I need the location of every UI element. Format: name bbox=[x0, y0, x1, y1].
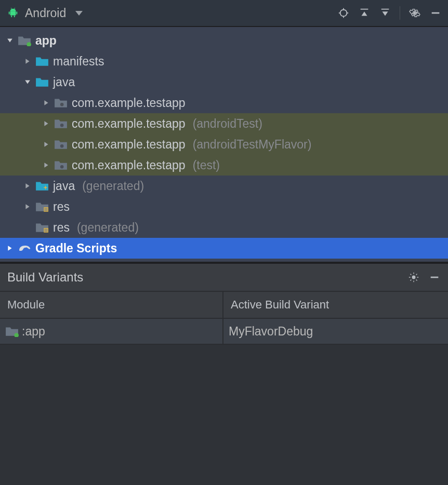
tree-node-package-androidtest-flavor[interactable]: com.example.testapp (androidTestMyFlavor… bbox=[0, 134, 448, 155]
folder-icon bbox=[35, 75, 49, 89]
svg-rect-3 bbox=[9, 11, 10, 15]
svg-rect-6 bbox=[14, 16, 15, 18]
tree-label: res bbox=[53, 200, 70, 214]
build-variants-table-header: Module Active Build Variant bbox=[0, 291, 448, 318]
collapse-all-icon[interactable] bbox=[379, 7, 391, 19]
svg-point-27 bbox=[60, 124, 64, 127]
toolbar-actions bbox=[337, 6, 442, 20]
tree-node-package-androidtest[interactable]: com.example.testapp (androidTest) bbox=[0, 113, 448, 134]
tree-node-package-test[interactable]: com.example.testapp (test) bbox=[0, 155, 448, 176]
gradle-icon bbox=[18, 241, 31, 255]
tree-label: com.example.testapp bbox=[72, 138, 186, 152]
chevron-right-icon bbox=[43, 120, 50, 127]
expand-all-icon[interactable] bbox=[358, 7, 371, 19]
chevron-down-icon bbox=[24, 78, 31, 86]
svg-marker-28 bbox=[44, 142, 48, 147]
res-folder-icon bbox=[35, 221, 49, 234]
svg-point-31 bbox=[60, 165, 64, 169]
svg-marker-24 bbox=[44, 100, 48, 105]
chevron-right-icon bbox=[43, 141, 50, 148]
column-header-module: Module bbox=[0, 292, 223, 318]
tree-node-res[interactable]: res bbox=[0, 196, 448, 217]
tree-suffix: (androidTestMyFlavor) bbox=[193, 138, 312, 152]
svg-marker-33 bbox=[25, 204, 29, 209]
tree-label: app bbox=[35, 34, 57, 48]
gear-icon[interactable] bbox=[409, 7, 421, 19]
view-selector[interactable]: Android bbox=[6, 6, 83, 20]
tree-node-app[interactable]: app bbox=[0, 30, 448, 51]
svg-marker-17 bbox=[383, 11, 388, 16]
res-folder-icon bbox=[35, 200, 49, 213]
android-robot-icon bbox=[6, 6, 20, 20]
svg-rect-5 bbox=[11, 16, 12, 18]
svg-marker-32 bbox=[25, 183, 29, 188]
tree-label: Gradle Scripts bbox=[35, 241, 117, 255]
tree-suffix: (test) bbox=[193, 158, 220, 172]
chevron-right-icon bbox=[43, 99, 50, 106]
build-variants-panel: Build Variants Module Active Build Varia… bbox=[0, 262, 448, 485]
tree-node-manifests[interactable]: manifests bbox=[0, 51, 448, 72]
tree-label: com.example.testapp bbox=[72, 117, 186, 131]
module-name: :app bbox=[22, 325, 45, 339]
build-variants-header: Build Variants bbox=[0, 264, 448, 291]
svg-marker-26 bbox=[44, 121, 48, 126]
tree-label: java bbox=[53, 75, 75, 89]
chevron-right-icon bbox=[24, 182, 31, 190]
svg-point-25 bbox=[60, 103, 64, 106]
svg-marker-15 bbox=[362, 11, 367, 16]
build-variants-row[interactable]: :app MyFlavorDebug bbox=[0, 318, 448, 345]
chevron-right-icon bbox=[24, 58, 31, 65]
package-icon bbox=[54, 138, 68, 151]
tree-label: res bbox=[53, 221, 70, 235]
svg-marker-20 bbox=[7, 38, 12, 42]
minimize-icon[interactable] bbox=[428, 271, 441, 284]
module-folder-icon bbox=[18, 34, 31, 47]
svg-rect-0 bbox=[10, 11, 16, 15]
tree-suffix: (generated) bbox=[82, 179, 144, 193]
tree-node-java[interactable]: java bbox=[0, 72, 448, 92]
generated-folder-icon bbox=[35, 179, 49, 193]
tree-suffix: (androidTest) bbox=[193, 117, 262, 131]
svg-marker-23 bbox=[25, 80, 30, 84]
project-view-toolbar: Android bbox=[0, 0, 448, 27]
svg-point-45 bbox=[412, 276, 415, 279]
package-icon bbox=[54, 117, 68, 130]
variant-cell[interactable]: MyFlavorDebug bbox=[223, 319, 448, 344]
gear-icon[interactable] bbox=[407, 271, 420, 284]
svg-marker-22 bbox=[25, 59, 29, 64]
tree-node-java-generated[interactable]: java (generated) bbox=[0, 176, 448, 196]
folder-icon bbox=[35, 55, 49, 68]
svg-point-18 bbox=[413, 11, 416, 15]
svg-marker-43 bbox=[8, 246, 11, 251]
svg-point-9 bbox=[340, 10, 347, 17]
svg-marker-30 bbox=[44, 163, 48, 168]
minimize-icon[interactable] bbox=[429, 7, 442, 19]
module-cell: :app bbox=[0, 319, 223, 344]
project-tree: app manifests java com.example.testapp c… bbox=[0, 27, 448, 262]
tree-label: com.example.testapp bbox=[72, 96, 186, 110]
svg-line-7 bbox=[11, 8, 11, 9]
package-icon bbox=[54, 158, 68, 172]
variant-value: MyFlavorDebug bbox=[229, 325, 313, 339]
tree-node-gradle-scripts[interactable]: Gradle Scripts bbox=[0, 238, 448, 259]
build-variants-empty-area bbox=[0, 345, 448, 485]
svg-point-29 bbox=[60, 144, 64, 148]
panel-title: Build Variants bbox=[7, 270, 83, 285]
tree-label: com.example.testapp bbox=[72, 158, 186, 172]
chevron-spacer bbox=[24, 224, 31, 231]
package-icon bbox=[54, 96, 68, 110]
separator bbox=[400, 6, 400, 20]
target-icon[interactable] bbox=[337, 7, 350, 19]
chevron-down-icon bbox=[75, 11, 83, 16]
chevron-right-icon bbox=[6, 245, 14, 252]
view-title: Android bbox=[25, 6, 66, 20]
tree-label: manifests bbox=[53, 55, 104, 69]
column-header-variant: Active Build Variant bbox=[223, 292, 448, 318]
tree-suffix: (generated) bbox=[77, 221, 139, 235]
tree-node-res-generated[interactable]: res (generated) bbox=[0, 217, 448, 238]
chevron-right-icon bbox=[43, 161, 50, 169]
module-folder-icon bbox=[5, 325, 19, 338]
tree-label: java bbox=[53, 179, 75, 193]
tree-node-package-main[interactable]: com.example.testapp bbox=[0, 92, 448, 113]
svg-line-8 bbox=[15, 8, 15, 9]
